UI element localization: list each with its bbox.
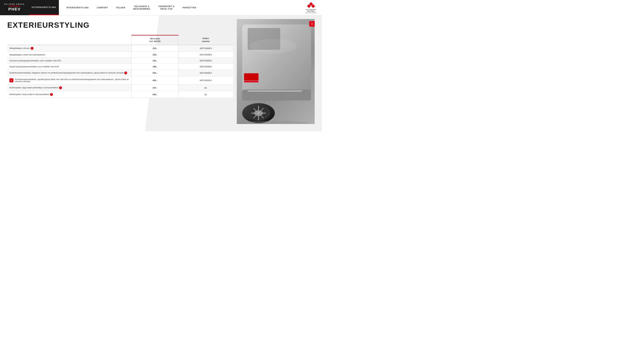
svg-point-16 (237, 121, 309, 124)
table-body: Spiegelkappen chroomi223,-MZ576689EXSpie… (7, 45, 233, 98)
description-text: Chromen portiergreepovertrekken voor mod… (10, 59, 61, 62)
info-icon[interactable]: i (30, 47, 34, 50)
cell-price: 603,- (132, 76, 178, 84)
cell-article: MZ576830EX (178, 51, 233, 57)
info-icon[interactable]: i (50, 93, 53, 96)
table-row: Zwarte portiergreepovertrekken voor mode… (7, 63, 233, 69)
table-row: Spiegelkappen zwart met carbonpatroon229… (7, 51, 233, 57)
cell-article: MZ576690EX (178, 57, 233, 63)
nav-item-veiligheid[interactable]: VEILIGHEID &BESCHERMING (129, 0, 154, 15)
product-table: All-in prijsincl. btw*(€) Artikel-nummer… (7, 35, 233, 98)
cell-description: Achterbumperhoekskirts, elegance zilvere… (7, 69, 132, 76)
cell-price: 603,- (132, 69, 178, 76)
description-text: Zwarte portiergreepovertrekken voor mode… (10, 65, 59, 68)
svg-rect-5 (244, 73, 258, 80)
table-row: Achterbumperhoekskirts, elegance zilvere… (7, 69, 233, 76)
product-image-panel: 3 (237, 19, 315, 124)
cell-description: Chromen portiergreepovertrekken voor mod… (7, 57, 132, 63)
cell-description: 3Achterbumperhoekskirts, sportief glossy… (7, 76, 132, 84)
cell-price: 229,- (132, 51, 178, 57)
cell-article: MZ576849EX (178, 69, 233, 76)
nav-item-pakketten[interactable]: PAKKETTEN (178, 0, 200, 15)
page-title: EXTERIEURSTYLING (7, 21, 233, 29)
cell-description: Zwarte portiergreepovertrekken voor mode… (7, 63, 132, 69)
col-header-article: Artikel-nummer (178, 35, 233, 45)
description-text: Achterspoiler, laag model achterklep in … (10, 86, 58, 89)
row-badge: 3 (10, 78, 14, 82)
cell-description: Spiegelkappen chroomi (7, 45, 132, 52)
cell-article: div. (178, 84, 233, 91)
nav-item-interieurstyling[interactable]: INTERIEURSTYLING (62, 0, 93, 15)
description-text: Achterbumperhoekskirts, sportief glossy … (15, 78, 129, 82)
cell-description: Spiegelkappen zwart met carbonpatroon (7, 51, 132, 57)
col-header-price: All-in prijsincl. btw*(€) (132, 35, 178, 45)
image-badge-number: 3 (309, 21, 315, 27)
description-text: Achterbumperhoekskirts, elegance zilvere… (10, 72, 124, 74)
cell-article: MZ576850EX (178, 76, 233, 84)
cell-description: Achterspoiler, laag model achterklep in … (7, 84, 132, 91)
description-text: Achterspoiler, hoog model in carrosserie… (10, 93, 49, 95)
logo-block: ECLIPSE CROSS PHEV (0, 0, 29, 15)
active-nav-item[interactable]: EXTERIEURSTYLING (29, 0, 59, 15)
cell-price: 223,- (132, 45, 178, 52)
active-nav-label: EXTERIEURSTYLING (32, 6, 56, 8)
cell-article: div. (178, 91, 233, 98)
mitsubishi-logo: MITSUBISHIMOTORS Drive your Ambition (300, 0, 322, 15)
nav-item-velgen[interactable]: VELGEN (112, 0, 129, 15)
nav-bar: INTERIEURSTYLING COMFORT VELGEN VEILIGHE… (59, 0, 300, 15)
cell-description: Achterspoiler, hoog model in carrosserie… (7, 91, 132, 98)
cell-price: 199,- (132, 63, 178, 69)
table-header: All-in prijsincl. btw*(€) Artikel-nummer (7, 35, 233, 45)
table-row: Achterspoiler, laag model achterklep in … (7, 84, 233, 91)
table-row: Chromen portiergreepovertrekken voor mod… (7, 57, 233, 63)
mitsubishi-brand-text: MITSUBISHIMOTORS (306, 9, 316, 12)
cell-price: 247,- (132, 84, 178, 91)
table-row: 3Achterbumperhoekskirts, sportief glossy… (7, 76, 233, 84)
svg-rect-6 (244, 81, 258, 82)
svg-point-17 (250, 39, 296, 53)
svg-rect-8 (248, 90, 302, 92)
nav-item-transport[interactable]: TRANSPORT &VRIJE TIJD (154, 0, 178, 15)
car-illustration (237, 19, 315, 124)
logo-red-line (9, 6, 20, 6)
cell-article: MZ576829EX (178, 63, 233, 69)
cell-price: 222,- (132, 57, 178, 63)
cell-price: 630,- (132, 91, 178, 98)
mitsubishi-tagline: Drive your Ambition (306, 12, 317, 13)
col-header-description (7, 35, 132, 45)
description-text: Spiegelkappen chroom (10, 47, 30, 49)
brand-eclipse: ECLIPSE CROSS (4, 3, 25, 5)
table-row: Achterspoiler, hoog model in carrosserie… (7, 91, 233, 98)
table-row: Spiegelkappen chroomi223,-MZ576689EX (7, 45, 233, 52)
info-icon[interactable]: i (124, 71, 127, 74)
brand-phev: PHEV (4, 7, 25, 12)
cell-article: MZ576689EX (178, 45, 233, 52)
mitsubishi-diamond-icon (306, 2, 316, 8)
nav-item-comfort[interactable]: COMFORT (93, 0, 112, 15)
info-icon[interactable]: i (59, 86, 62, 89)
car-image: 3 (237, 19, 315, 124)
header: ECLIPSE CROSS PHEV EXTERIEURSTYLING INTE… (0, 0, 322, 15)
left-section: EXTERIEURSTYLING All-in prijsincl. btw*(… (7, 21, 233, 124)
description-text: Spiegelkappen zwart met carbonpatroon (10, 53, 45, 56)
main-content: EXTERIEURSTYLING All-in prijsincl. btw*(… (0, 15, 322, 131)
